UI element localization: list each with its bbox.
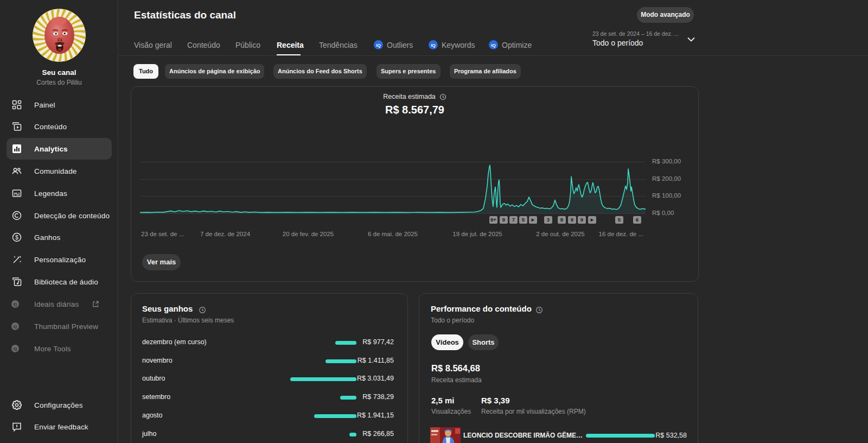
svg-text:iQ: iQ — [491, 43, 496, 48]
svg-text:iQ: iQ — [13, 347, 17, 351]
svg-text:iQ: iQ — [13, 325, 17, 329]
svg-text:iQ: iQ — [431, 43, 436, 48]
svg-text:iQ: iQ — [13, 302, 17, 307]
svg-text:$: $ — [15, 234, 18, 241]
svg-text:iQ: iQ — [376, 43, 381, 48]
